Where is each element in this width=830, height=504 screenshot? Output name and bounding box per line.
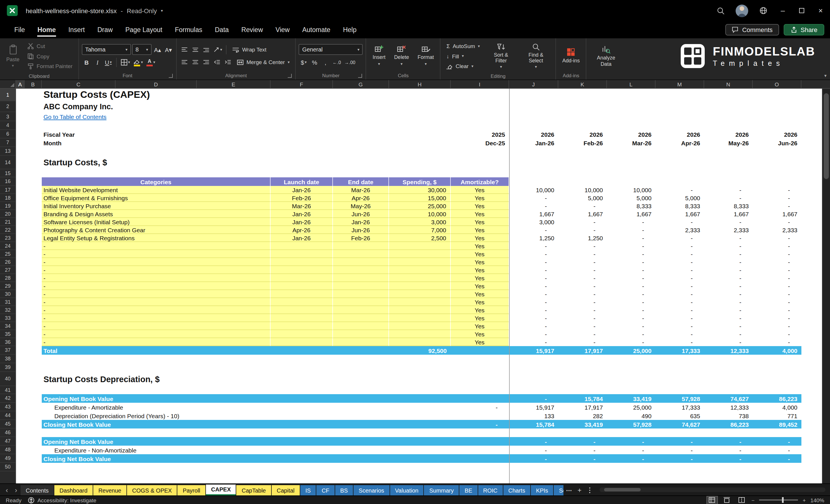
- column-header-O[interactable]: O: [753, 80, 801, 88]
- amortizable-cell[interactable]: Yes: [451, 226, 509, 234]
- empty-cell[interactable]: [801, 338, 822, 346]
- sheet-cell[interactable]: -: [509, 330, 558, 338]
- orientation-button[interactable]: ▾: [212, 44, 223, 55]
- row-header-16[interactable]: 16: [0, 177, 15, 186]
- sheet-cell[interactable]: 12,333: [704, 346, 753, 355]
- sheet-cell[interactable]: 25,000: [607, 403, 656, 411]
- column-header-H[interactable]: H: [389, 80, 451, 88]
- amortizable-cell[interactable]: Yes: [451, 234, 509, 242]
- sheet-cell[interactable]: -: [509, 454, 558, 463]
- row-header-18[interactable]: 18: [0, 194, 15, 202]
- end-date-cell[interactable]: [333, 306, 389, 314]
- row-header-7[interactable]: 7: [0, 138, 15, 147]
- sheet-tab-capital[interactable]: Capital: [272, 485, 300, 496]
- sheet-cell[interactable]: -: [558, 306, 607, 314]
- sheet-cell[interactable]: -: [656, 186, 704, 194]
- sheet-cell[interactable]: 771: [753, 411, 801, 420]
- decrease-indent-icon[interactable]: [212, 57, 222, 67]
- sheet-cell[interactable]: -: [558, 282, 607, 290]
- sheet-cell[interactable]: 4,000: [753, 403, 801, 411]
- sheet-cell[interactable]: -: [558, 314, 607, 322]
- category-cell[interactable]: -: [42, 274, 270, 282]
- zoom-slider-thumb[interactable]: [782, 497, 784, 503]
- empty-cell[interactable]: [801, 346, 822, 355]
- empty-cell[interactable]: [16, 363, 822, 372]
- dep-label-cell[interactable]: Closing Net Book Value: [42, 420, 451, 429]
- sheet-cell[interactable]: 86,223: [704, 420, 753, 429]
- category-cell[interactable]: -: [42, 290, 270, 298]
- sheet-cell[interactable]: -: [753, 446, 801, 454]
- font-name-select[interactable]: Tahoma▾: [82, 44, 131, 55]
- sheet-cell[interactable]: 5,000: [656, 194, 704, 202]
- launch-date-cell[interactable]: [270, 330, 333, 338]
- sheet-cell[interactable]: 1,250: [558, 234, 607, 242]
- sheet-cell[interactable]: -: [558, 274, 607, 282]
- delete-cells-button[interactable]: Delete ▾: [391, 44, 412, 67]
- sheet-cell[interactable]: -: [607, 234, 656, 242]
- sheet-tab-scenarios[interactable]: Scenarios: [353, 485, 389, 496]
- sheet-cell[interactable]: 17,917: [558, 346, 607, 355]
- amortizable-cell[interactable]: Yes: [451, 338, 509, 346]
- menu-help[interactable]: Help: [337, 21, 363, 38]
- row-header-49[interactable]: 49: [0, 454, 15, 463]
- row-header-4[interactable]: 4: [0, 121, 15, 130]
- menu-formulas[interactable]: Formulas: [168, 21, 209, 38]
- row-header-48[interactable]: 48: [0, 446, 15, 454]
- category-cell[interactable]: Initial Inventory Purchase: [42, 202, 270, 210]
- spending-cell[interactable]: 10,000: [389, 210, 451, 218]
- row-header-24[interactable]: 24: [0, 242, 15, 250]
- empty-cell[interactable]: [801, 274, 822, 282]
- sheet-cell[interactable]: -: [607, 250, 656, 258]
- sheet-tab-captable[interactable]: CapTable: [236, 485, 271, 496]
- launch-date-cell[interactable]: Feb-26: [270, 194, 333, 202]
- sheet-tab-cogs-opex[interactable]: COGS & OPEX: [127, 485, 177, 496]
- horizontal-scrollbar[interactable]: [595, 484, 830, 496]
- launch-date-cell[interactable]: [270, 290, 333, 298]
- spending-cell[interactable]: [389, 274, 451, 282]
- comma-style-button[interactable]: ,: [321, 57, 330, 67]
- close-button[interactable]: ×: [811, 0, 830, 21]
- autosum-button[interactable]: ΣAutoSum▾: [444, 41, 483, 51]
- launch-date-cell[interactable]: Jan-26: [270, 186, 333, 194]
- globe-icon[interactable]: [753, 0, 773, 21]
- sheet-cell[interactable]: 10,000: [607, 186, 656, 194]
- end-date-cell[interactable]: [333, 330, 389, 338]
- row-header-46[interactable]: 46: [0, 429, 15, 437]
- row-header-29[interactable]: 29: [0, 282, 15, 290]
- launch-date-cell[interactable]: Jan-26: [270, 218, 333, 226]
- sheet-cell[interactable]: Mar-26: [607, 138, 656, 147]
- category-cell[interactable]: -: [42, 258, 270, 266]
- menu-draw[interactable]: Draw: [91, 21, 119, 38]
- row-header-42[interactable]: 42: [0, 394, 15, 403]
- comments-button[interactable]: Comments: [726, 24, 779, 35]
- category-cell[interactable]: Legal Entity Setup & Registrations: [42, 234, 270, 242]
- sheet-cell[interactable]: 4,000: [753, 346, 801, 355]
- empty-cell[interactable]: [801, 394, 822, 403]
- sheet-tab-bs[interactable]: BS: [335, 485, 353, 496]
- category-cell[interactable]: -: [42, 338, 270, 346]
- empty-cell[interactable]: [801, 226, 822, 234]
- sheet-cell[interactable]: -: [607, 266, 656, 274]
- sheet-cell[interactable]: 17,917: [558, 403, 607, 411]
- sheet-cell[interactable]: 15,917: [509, 403, 558, 411]
- row-header-38[interactable]: 38: [0, 355, 15, 363]
- sheet-cell[interactable]: Jun-26: [753, 138, 801, 147]
- end-date-cell[interactable]: Jun-26: [333, 210, 389, 218]
- row-header-31[interactable]: 31: [0, 298, 15, 306]
- column-header-I[interactable]: I: [451, 80, 509, 88]
- sheet-cell[interactable]: -: [558, 298, 607, 306]
- end-date-cell[interactable]: [333, 266, 389, 274]
- sheet-cell[interactable]: -: [704, 298, 753, 306]
- vertical-scrollbar[interactable]: [822, 89, 830, 483]
- sheet-cell[interactable]: -: [607, 330, 656, 338]
- sheet-cell[interactable]: -: [753, 437, 801, 446]
- row-header-22[interactable]: 22: [0, 226, 15, 234]
- row-header-1[interactable]: 1: [0, 89, 15, 101]
- sheet-tab-dashboard[interactable]: Dashboard: [54, 485, 93, 496]
- empty-cell[interactable]: [801, 282, 822, 290]
- font-color-button[interactable]: A ▾: [145, 57, 156, 67]
- sheet-tab-capex[interactable]: CAPEX: [206, 484, 236, 496]
- sheet-cell[interactable]: Feb-26: [558, 138, 607, 147]
- sheet-cell[interactable]: 57,928: [656, 394, 704, 403]
- empty-cell[interactable]: [801, 290, 822, 298]
